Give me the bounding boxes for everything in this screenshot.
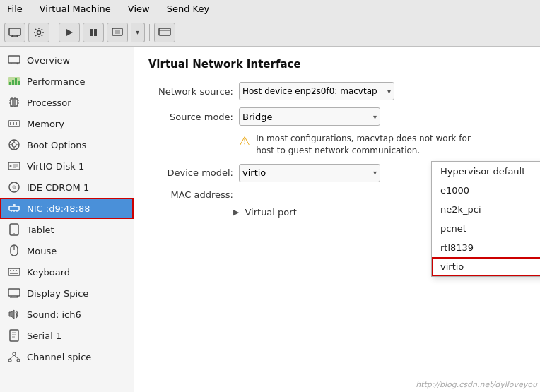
memory-icon [7, 117, 21, 131]
sidebar-item-virtio-disk[interactable]: VirtIO Disk 1 [0, 155, 134, 177]
dropdown-btn[interactable]: ▾ [131, 23, 145, 42]
toolbar-sep-2 [149, 24, 150, 41]
svg-rect-48 [9, 206, 19, 210]
sidebar-label-channel-spice: Channel spice [27, 352, 91, 362]
sidebar-item-memory[interactable]: Memory [0, 113, 134, 134]
sidebar-item-mouse[interactable]: Mouse [0, 240, 134, 261]
svg-rect-19 [18, 81, 20, 85]
svg-rect-62 [10, 273, 18, 274]
tablet-icon [7, 222, 21, 237]
channel-spice-icon [7, 350, 21, 364]
toolbar-sep-1 [54, 24, 54, 41]
sidebar-item-keyboard[interactable]: Keyboard [0, 261, 134, 283]
sidebar-item-performance[interactable]: Performance [0, 71, 134, 92]
watermark: http://blog.csdn.net/dylloveyou [416, 380, 537, 389]
sidebar-item-display-spice[interactable]: Display Spice [0, 283, 134, 304]
overview-icon [7, 53, 21, 67]
menu-send-key[interactable]: Send Key [164, 3, 212, 15]
settings-btn[interactable] [28, 23, 49, 42]
sidebar-item-nic[interactable]: NIC :d9:48:88 [0, 198, 134, 219]
sidebar-label-keyboard: Keyboard [27, 267, 70, 278]
sidebar-item-ide-cdrom[interactable]: IDE CDROM 1 [0, 177, 134, 198]
sidebar-label-serial: Serial 1 [27, 331, 61, 341]
device-model-arrow-icon: ▾ [373, 169, 377, 177]
svg-rect-9 [115, 30, 120, 34]
sidebar-item-serial[interactable]: Serial 1 [0, 325, 134, 346]
svg-rect-16 [9, 82, 11, 85]
svg-rect-68 [10, 330, 18, 341]
sidebar-item-channel-spice[interactable]: Channel spice [0, 346, 134, 367]
svg-point-72 [13, 352, 16, 355]
dropdown-option-ne2k-pci[interactable]: ne2k_pci [432, 200, 540, 219]
sidebar-item-boot-options[interactable]: Boot Options [0, 134, 134, 155]
source-mode-row: Source mode: Bridge ▾ [148, 107, 526, 126]
processor-icon [7, 95, 21, 109]
svg-marker-5 [66, 29, 73, 36]
device-model-value: virtio [242, 167, 266, 178]
warning-box: ⚠ In most configurations, macvtap does n… [239, 133, 479, 157]
sidebar-item-sound[interactable]: Sound: ich6 [0, 304, 134, 325]
network-source-row: Network source: Host device enp2s0f0: ma… [148, 82, 526, 100]
menu-view[interactable]: View [125, 3, 153, 15]
svg-rect-7 [94, 29, 97, 36]
svg-line-76 [14, 355, 18, 359]
menubar: File Virtual Machine View Send Key [0, 0, 540, 18]
svg-rect-10 [159, 28, 170, 35]
sidebar-label-processor: Processor [27, 97, 71, 108]
source-mode-select[interactable]: Bridge ▾ [239, 107, 380, 126]
pause-btn[interactable] [83, 23, 104, 42]
virtual-port-collapse-icon[interactable]: ▶ [233, 208, 239, 217]
svg-line-75 [10, 355, 14, 359]
sidebar-label-display-spice: Display Spice [27, 288, 88, 299]
dropdown-option-e1000[interactable]: e1000 [432, 181, 540, 200]
dropdown-option-virtio[interactable]: virtio [432, 257, 540, 276]
sidebar-label-ide-cdrom: IDE CDROM 1 [27, 182, 89, 193]
menu-virtual-machine[interactable]: Virtual Machine [37, 3, 114, 15]
detail-panel: Virtual Network Interface Network source… [134, 47, 540, 392]
sidebar-label-nic: NIC :d9:48:88 [27, 203, 90, 214]
svg-point-47 [13, 186, 15, 188]
device-model-select[interactable]: virtio ▾ [239, 164, 380, 182]
display-spice-icon [7, 286, 21, 300]
svg-rect-33 [16, 122, 17, 125]
device-model-dropdown: Hypervisor default e1000 ne2k_pci pcnet … [431, 161, 540, 277]
svg-rect-32 [13, 122, 14, 125]
svg-rect-60 [13, 270, 14, 271]
sidebar-label-sound: Sound: ich6 [27, 309, 81, 320]
panel-title: Virtual Network Interface [148, 58, 526, 71]
sidebar-label-virtio-disk: VirtIO Disk 1 [27, 161, 84, 172]
main-content: Overview Performance Processor Memory Bo [0, 47, 540, 392]
svg-point-73 [8, 359, 11, 362]
svg-point-41 [10, 165, 12, 167]
dropdown-option-rtl8139[interactable]: rtl8139 [432, 238, 540, 257]
svg-point-74 [17, 359, 20, 362]
play-btn[interactable] [59, 23, 80, 42]
svg-rect-12 [8, 56, 20, 63]
sound-icon [7, 307, 21, 321]
sidebar-item-overview[interactable]: Overview [0, 49, 134, 71]
menu-file[interactable]: File [4, 3, 25, 15]
svg-rect-21 [12, 100, 16, 105]
dropdown-option-hypervisor-default[interactable]: Hypervisor default [432, 162, 540, 181]
svg-rect-58 [8, 268, 20, 275]
svg-point-35 [12, 143, 16, 147]
svg-rect-61 [16, 270, 17, 271]
network-source-select[interactable]: Host device enp2s0f0: macvtap ▾ [239, 82, 394, 100]
send-btn[interactable] [154, 23, 175, 42]
dropdown-option-pcnet[interactable]: pcnet [432, 219, 540, 238]
sidebar-label-tablet: Tablet [27, 225, 54, 235]
monitor-btn[interactable] [4, 23, 25, 42]
svg-rect-18 [15, 78, 17, 85]
performance-icon [7, 74, 21, 88]
sidebar-label-mouse: Mouse [27, 246, 57, 256]
screen-btn[interactable] [107, 23, 128, 42]
boot-options-icon [7, 138, 21, 152]
svg-rect-59 [10, 270, 11, 271]
network-source-label: Network source: [148, 86, 233, 97]
sidebar-item-tablet[interactable]: Tablet [0, 219, 134, 240]
sidebar-item-processor[interactable]: Processor [0, 92, 134, 113]
svg-rect-6 [90, 29, 93, 36]
warning-icon: ⚠ [239, 132, 250, 150]
svg-rect-63 [8, 289, 20, 296]
svg-rect-0 [9, 28, 20, 35]
